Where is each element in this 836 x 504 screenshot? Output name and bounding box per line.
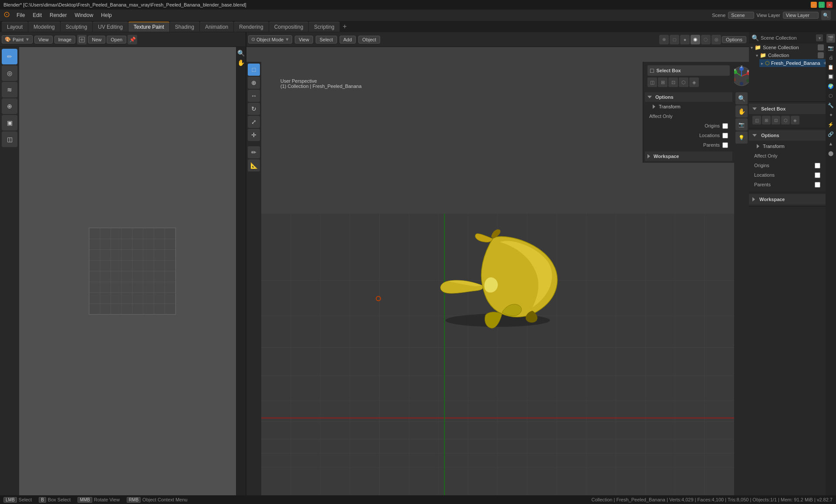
- prop-locations-check[interactable]: [815, 172, 820, 178]
- prop-scene-icon[interactable]: 🎬: [826, 34, 835, 43]
- image-menu-btn[interactable]: Image: [54, 36, 76, 44]
- tool-mask[interactable]: ◫: [2, 131, 17, 147]
- vp-tool-move[interactable]: ↔: [248, 90, 260, 102]
- prop-select-box-header[interactable]: Select Box: [749, 104, 826, 114]
- tab-scripting[interactable]: Scripting: [309, 22, 340, 32]
- prop-modifier-icon[interactable]: 🔧: [826, 101, 835, 110]
- outliner-filter-btn[interactable]: ▾: [816, 34, 823, 41]
- pan-btn[interactable]: ✋: [735, 105, 748, 118]
- minimize-button[interactable]: ─: [811, 2, 817, 8]
- shade-rendered-btn[interactable]: ◌: [701, 35, 711, 44]
- 3d-viewport[interactable]: □ ⊕ ↔ ↻ ⤢ ✛ ✏ 📐: [246, 47, 749, 495]
- tool-fill[interactable]: ▣: [2, 115, 17, 131]
- prop-constraints-icon[interactable]: 🔗: [826, 130, 835, 138]
- prop-origins-check[interactable]: [815, 163, 820, 168]
- prop-workspace-header[interactable]: Workspace: [749, 194, 826, 205]
- npanel-icon-2[interactable]: ⊞: [658, 77, 667, 87]
- outliner-collection[interactable]: ▾ 📁 Collection: [754, 51, 826, 59]
- tab-rendering[interactable]: Rendering: [234, 22, 268, 32]
- prop-parents-check[interactable]: [815, 182, 820, 188]
- vp-tool-cursor[interactable]: ⊕: [248, 77, 260, 89]
- menu-window[interactable]: Window: [71, 11, 97, 19]
- parents-checkbox[interactable]: [722, 142, 728, 148]
- npanel-transform-header[interactable]: Transform: [645, 102, 732, 111]
- origins-checkbox[interactable]: [722, 123, 728, 129]
- tab-shading[interactable]: Shading: [170, 22, 199, 32]
- menu-render[interactable]: Render: [46, 11, 70, 19]
- outliner-scene-visibility[interactable]: [818, 44, 824, 50]
- shade-solid-btn[interactable]: ●: [680, 35, 690, 44]
- new-image-icon[interactable]: [77, 35, 87, 44]
- tab-uv-editing[interactable]: UV Editing: [93, 22, 128, 32]
- vp-tool-annotate[interactable]: ✏: [248, 146, 260, 158]
- prop-render-icon[interactable]: 📷: [826, 44, 835, 52]
- shade-material-btn[interactable]: ◉: [691, 35, 700, 44]
- prop-object-icon[interactable]: ⬡: [826, 91, 835, 100]
- view-menu-btn[interactable]: View: [34, 36, 53, 44]
- vp-tool-scale[interactable]: ⤢: [248, 116, 260, 128]
- viewport-options-btn[interactable]: Options: [722, 36, 746, 43]
- viewport-overlay-btn[interactable]: ◎: [711, 35, 721, 44]
- view-layer-selector[interactable]: View Layer: [783, 12, 819, 19]
- vp-view-btn[interactable]: View: [295, 36, 313, 44]
- viewport-gizmo-btn[interactable]: ⊕: [659, 35, 669, 44]
- shade-wireframe-btn[interactable]: □: [670, 35, 679, 44]
- tex-hand[interactable]: ✋: [236, 58, 245, 67]
- tool-draw[interactable]: ✏: [2, 49, 17, 64]
- vp-select-btn[interactable]: Select: [316, 36, 337, 44]
- open-btn[interactable]: Open: [107, 36, 126, 44]
- maximize-button[interactable]: □: [819, 2, 825, 8]
- tab-sculpting[interactable]: Sculpting: [61, 22, 92, 32]
- npanel-options-header[interactable]: Options: [645, 92, 732, 102]
- tex-zoom-in[interactable]: 🔍: [236, 49, 245, 57]
- tool-clone[interactable]: ⊕: [2, 98, 17, 114]
- locations-checkbox[interactable]: [722, 133, 728, 138]
- prop-world-icon[interactable]: 🌍: [826, 82, 835, 91]
- vp-tool-select[interactable]: □: [248, 64, 260, 76]
- search-btn[interactable]: 🔍: [821, 10, 831, 20]
- tab-modeling[interactable]: Modeling: [28, 22, 60, 32]
- sb-icon-2[interactable]: ⊞: [762, 116, 771, 124]
- outliner-scene-collection[interactable]: ▾ 📁 Scene Collection: [749, 44, 826, 51]
- pin-icon[interactable]: 📌: [128, 35, 137, 44]
- object-mode-selector[interactable]: ⊙ Object Mode ▼: [248, 35, 292, 44]
- sb-icon-5[interactable]: ◈: [791, 116, 799, 124]
- npanel-icon-3[interactable]: ⊡: [668, 77, 678, 87]
- vp-tool-rotate[interactable]: ↻: [248, 103, 260, 115]
- close-button[interactable]: ✕: [826, 2, 833, 8]
- npanel-icon-4[interactable]: ⬡: [679, 77, 688, 87]
- scene-selector[interactable]: Scene: [728, 12, 754, 19]
- tab-layout[interactable]: Layout: [2, 22, 28, 32]
- new-btn[interactable]: New: [88, 36, 105, 44]
- tab-add[interactable]: +: [340, 23, 349, 30]
- sb-icon-4[interactable]: ⬡: [781, 116, 790, 124]
- tool-smear[interactable]: ≋: [2, 82, 17, 97]
- panel-separator[interactable]: [246, 32, 246, 504]
- tool-soften[interactable]: ◎: [2, 65, 17, 81]
- sb-icon-1[interactable]: ◫: [752, 116, 761, 124]
- tab-texture-paint[interactable]: Texture Paint: [128, 22, 169, 32]
- menu-edit[interactable]: Edit: [29, 11, 45, 19]
- menu-file[interactable]: File: [13, 11, 28, 19]
- menu-help[interactable]: Help: [98, 11, 115, 19]
- vp-object-btn[interactable]: Object: [358, 36, 380, 44]
- prop-physics-icon[interactable]: ⚡: [826, 120, 835, 129]
- prop-output-icon[interactable]: 🖨: [826, 53, 835, 62]
- tab-compositing[interactable]: Compositing: [269, 22, 309, 32]
- prop-view-layer-icon[interactable]: 📋: [826, 63, 835, 71]
- prop-transform-row[interactable]: Transform: [749, 141, 826, 151]
- vp-add-btn[interactable]: Add: [340, 36, 356, 44]
- toggle-camera[interactable]: 📷: [735, 118, 748, 131]
- npanel-icon-5[interactable]: ◈: [689, 77, 699, 87]
- npanel-icon-1[interactable]: ◫: [647, 77, 657, 87]
- prop-material-icon[interactable]: ⬤: [826, 149, 835, 158]
- prop-particles-icon[interactable]: ✦: [826, 111, 835, 119]
- outliner-collection-visibility[interactable]: [818, 52, 824, 58]
- paint-mode-selector[interactable]: 🎨 Paint ▼: [2, 35, 33, 44]
- zoom-in-btn[interactable]: 🔍: [735, 92, 748, 104]
- npanel-workspace-header[interactable]: Workspace: [645, 151, 732, 161]
- outliner-banana-object[interactable]: ▸ ⬡ Fresh_Peeled_Banana 👁 ▷: [759, 59, 826, 67]
- sb-icon-3[interactable]: ⊡: [772, 116, 780, 124]
- tab-animation[interactable]: Animation: [200, 22, 233, 32]
- prop-data-icon[interactable]: ▲: [826, 139, 835, 148]
